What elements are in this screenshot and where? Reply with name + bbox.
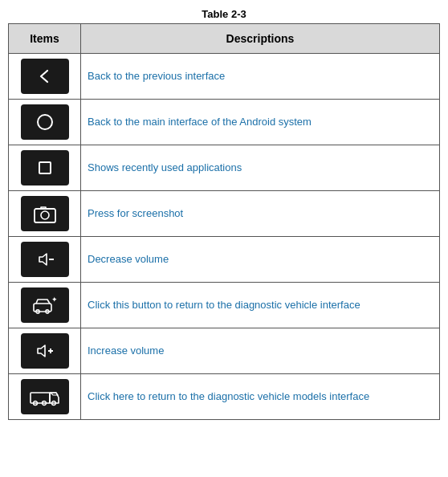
back-arrow-icon — [21, 59, 69, 94]
icon-cell-square — [9, 145, 81, 191]
table-row: Decrease volume — [9, 237, 440, 283]
table-title: Table 2-3 — [202, 8, 246, 20]
table-row: Click here to return to the diagnostic v… — [9, 374, 440, 420]
col-items: Items — [9, 24, 81, 54]
icon-cell-diagnostic: ✦ — [9, 283, 81, 328]
icon-cell-home — [9, 100, 81, 145]
svg-rect-1 — [39, 162, 51, 173]
icon-cell-screenshot — [9, 191, 81, 237]
table-row: Shows recently used applications — [9, 145, 440, 191]
table-row: ✦ Click this button to return to the dia… — [9, 283, 440, 328]
desc-vol-down: Decrease volume — [81, 237, 440, 283]
desc-vol-up: Increase volume — [81, 328, 440, 374]
icon-cell-truck — [9, 374, 81, 420]
table-row: Back to the main interface of the Androi… — [9, 100, 440, 145]
table-row: Back to the previous interface — [9, 54, 440, 100]
home-circle-icon — [21, 104, 69, 140]
vol-down-icon — [21, 242, 69, 277]
svg-point-3 — [41, 211, 49, 219]
col-descriptions: Descriptions — [81, 24, 440, 54]
table-row: Increase volume — [9, 328, 440, 374]
desc-truck: Click here to return to the diagnostic v… — [81, 374, 440, 420]
screenshot-icon — [21, 196, 69, 231]
vol-up-icon — [21, 333, 69, 369]
svg-text:✦: ✦ — [51, 296, 58, 304]
svg-marker-10 — [38, 345, 45, 357]
square-icon — [21, 150, 69, 186]
desc-back: Back to the previous interface — [81, 54, 440, 100]
icon-cell-vol-up — [9, 328, 81, 374]
svg-point-0 — [38, 115, 52, 129]
icon-cell-back — [9, 54, 81, 100]
main-table: Items Descriptions Back to the previous … — [8, 23, 440, 420]
diagnostic-icon: ✦ — [21, 287, 69, 323]
desc-square: Shows recently used applications — [81, 145, 440, 191]
icon-cell-vol-down — [9, 237, 81, 283]
truck-icon — [21, 379, 69, 414]
svg-marker-4 — [39, 254, 47, 265]
desc-diagnostic: Click this button to return to the diagn… — [81, 283, 440, 328]
table-row: Press for screenshot — [9, 191, 440, 237]
desc-home: Back to the main interface of the Androi… — [81, 100, 440, 145]
desc-screenshot: Press for screenshot — [81, 191, 440, 237]
